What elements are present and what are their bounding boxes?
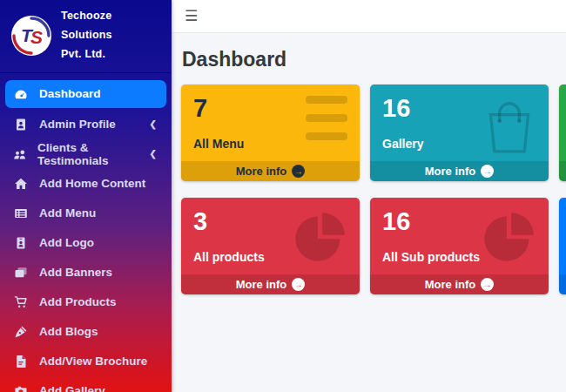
pen-icon: [12, 325, 30, 339]
sidebar-item-add-banners[interactable]: Add Banners: [5, 258, 166, 287]
chevron-left-icon: ❮: [150, 149, 159, 159]
infobox-grid: 7 All Menu More info 16 Gallery: [181, 84, 566, 294]
brand-name: Techooze Solutions Pvt. Ltd.: [61, 7, 163, 64]
infobox-label: All Sub products: [382, 250, 536, 264]
more-info-link[interactable]: More info: [370, 274, 549, 294]
infobox-value: 16: [382, 94, 536, 123]
chevron-left-icon: ❮: [150, 119, 159, 129]
arrow-circle-right-icon: [292, 278, 305, 291]
id-card-icon: [12, 118, 30, 132]
arrow-circle-right-icon: [481, 165, 494, 178]
sidebar-item-add-gallery[interactable]: Add Gallery: [5, 376, 166, 392]
sidebar-item-add-menu[interactable]: Add Menu: [5, 199, 166, 228]
content: Dashboard 7 All Menu More info 16 Galler…: [172, 33, 566, 294]
sidebar-item-add-view-brochure[interactable]: Add/View Brochure: [5, 347, 166, 376]
file-pdf-icon: [12, 355, 30, 368]
infobox-all-sub-products: 16 All Sub products More info: [370, 198, 549, 294]
infobox-label: All Menu: [193, 137, 347, 151]
infobox-all-products: 3 All products More info: [181, 198, 360, 294]
infobox-partial-green: [559, 84, 566, 181]
infobox-label: All products: [193, 250, 347, 264]
page-title: Dashboard: [182, 48, 566, 71]
more-info-link[interactable]: More info: [181, 274, 360, 294]
camera-icon: [12, 384, 30, 392]
infobox-gallery: 16 Gallery More info: [370, 84, 549, 181]
tachometer-icon: [12, 87, 30, 101]
more-info-link[interactable]: [559, 274, 566, 294]
top-navbar: ☰: [172, 0, 566, 33]
users-icon: [12, 147, 28, 161]
sidebar-item-admin-profile[interactable]: Admin Profile ❮: [5, 110, 166, 139]
home-icon: [12, 177, 30, 191]
id-badge-icon: [12, 236, 30, 250]
list-icon: [12, 206, 30, 220]
sidebar: T S Techooze Solutions Pvt. Ltd. Dashboa…: [0, 0, 172, 392]
infobox-value: 3: [193, 207, 347, 236]
arrow-circle-right-icon: [481, 278, 494, 291]
arrow-circle-right-icon: [292, 165, 305, 178]
sidebar-item-clients-testimonials[interactable]: Clients & Testimonials ❮: [5, 139, 166, 169]
infobox-value: 7: [193, 94, 347, 123]
main-area: ☰ Dashboard 7 All Menu More info 16 Ga: [172, 0, 566, 392]
sidebar-item-add-blogs[interactable]: Add Blogs: [5, 317, 166, 347]
sidebar-item-dashboard[interactable]: Dashboard: [5, 80, 166, 108]
sidebar-item-add-products[interactable]: Add Products: [5, 287, 166, 317]
infobox-partial-blue: [559, 198, 566, 294]
brand-logo-icon: T S: [10, 15, 52, 57]
menu-toggle-icon[interactable]: ☰: [185, 9, 198, 24]
infobox-label: Gallery: [382, 137, 536, 151]
infobox-value: 16: [382, 207, 536, 236]
svg-text:S: S: [30, 27, 43, 47]
infobox-all-menu: 7 All Menu More info: [181, 84, 360, 181]
images-icon: [12, 266, 30, 280]
sidebar-nav: Dashboard Admin Profile ❮ Clients & Test…: [0, 73, 172, 392]
more-info-link[interactable]: [559, 161, 566, 181]
more-info-link[interactable]: More info: [181, 161, 360, 181]
more-info-link[interactable]: More info: [370, 161, 549, 181]
cart-icon: [12, 295, 30, 309]
sidebar-item-add-home-content[interactable]: Add Home Content: [5, 169, 166, 199]
sidebar-item-add-logo[interactable]: Add Logo: [5, 228, 166, 258]
brand-link[interactable]: T S Techooze Solutions Pvt. Ltd.: [0, 0, 172, 73]
